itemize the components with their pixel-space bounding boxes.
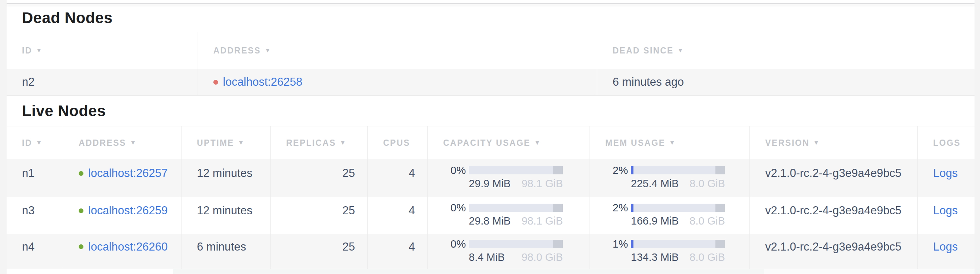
node-id: n4 (22, 240, 34, 253)
top-spacer (6, 0, 975, 3)
node-cpus-cell: 4 (368, 159, 428, 197)
capacity-usage-bar (469, 240, 563, 248)
live-node-row: n3 localhost:26259 12 minutes 25 4 (6, 197, 975, 234)
dead-header-address-label: ADDRESS (213, 46, 261, 56)
cpus-value: 4 (409, 167, 415, 180)
dead-since-value: 6 minutes ago (612, 75, 684, 89)
node-mem-usage-cell: 2% 166.9 MiB 8.0 GiB (590, 197, 749, 234)
uptime-value: 6 minutes (197, 240, 246, 253)
capacity-usage-bar (469, 166, 563, 174)
node-uptime-cell: 6 minutes (181, 234, 270, 269)
live-header-logs-label: LOGS (933, 138, 961, 148)
node-address-link[interactable]: localhost:26259 (88, 204, 168, 217)
mem-used: 134.3 MiB (631, 251, 679, 263)
sort-arrow-icon: ▼ (36, 47, 43, 54)
node-id: n1 (22, 167, 34, 180)
node-cpus-cell: 4 (368, 197, 428, 234)
capacity-percent: 0% (443, 166, 469, 175)
sort-arrow-icon: ▼ (36, 139, 43, 147)
sort-arrow-icon: ▼ (264, 47, 272, 54)
node-address-link[interactable]: localhost:26258 (223, 75, 302, 89)
bar-endcap (553, 166, 563, 174)
version-value: v2.1.0-rc.2-4-g3e9a4e9bc5 (765, 204, 901, 217)
bar-endcap (553, 204, 563, 212)
live-nodes-title: Live Nodes (6, 96, 975, 126)
live-header-logs: LOGS (918, 126, 975, 159)
node-replicas-cell: 25 (270, 159, 368, 197)
node-capacity-usage-cell: 0% 29.9 MiB 98.1 GiB (428, 159, 590, 197)
bar-endcap (716, 204, 725, 212)
node-id: n2 (22, 75, 34, 89)
dead-status-dot-icon (213, 80, 218, 84)
node-id-cell: n3 (6, 197, 63, 234)
bar-fill (631, 166, 633, 174)
node-id-cell: n1 (6, 159, 63, 197)
node-address-link[interactable]: localhost:26257 (88, 167, 168, 180)
capacity-usage-bar (469, 204, 563, 212)
sort-arrow-icon: ▼ (669, 139, 676, 147)
version-value: v2.1.0-rc.2-4-g3e9a4e9bc5 (765, 240, 901, 253)
live-header-address[interactable]: ADDRESS ▼ (63, 126, 181, 159)
live-header-version-label: VERSION (765, 138, 810, 148)
live-header-capacity-usage[interactable]: CAPACITY USAGE ▼ (428, 126, 590, 159)
sort-arrow-icon: ▼ (677, 47, 684, 54)
node-logs-cell: Logs (918, 197, 975, 234)
live-status-dot-icon (79, 244, 83, 249)
node-logs-cell: Logs (918, 234, 975, 269)
node-address-link[interactable]: localhost:26260 (88, 240, 168, 253)
uptime-value: 12 minutes (197, 167, 253, 180)
live-header-mem-usage[interactable]: MEM USAGE ▼ (590, 126, 749, 159)
capacity-total: 98.0 GiB (522, 251, 563, 263)
live-header-cpus: CPUS (368, 126, 428, 159)
node-id-cell: n4 (6, 234, 63, 269)
node-capacity-usage-cell: 0% 29.8 MiB 98.1 GiB (428, 197, 590, 234)
live-nodes-table-body: n1 localhost:26257 12 minutes 25 4 (6, 159, 975, 269)
mem-total: 8.0 GiB (689, 251, 725, 263)
live-header-replicas[interactable]: REPLICAS ▼ (270, 126, 368, 159)
bar-endcap (716, 240, 725, 248)
live-status-dot-icon (79, 209, 83, 213)
live-header-version[interactable]: VERSION ▼ (749, 126, 918, 159)
capacity-total: 98.1 GiB (522, 178, 563, 190)
node-version-cell: v2.1.0-rc.2-4-g3e9a4e9bc5 (749, 159, 918, 197)
sort-arrow-icon: ▼ (813, 139, 820, 147)
dead-header-id[interactable]: ID ▼ (6, 32, 197, 69)
logs-link[interactable]: Logs (933, 167, 958, 180)
mem-usage-bar (631, 240, 725, 248)
logs-link[interactable]: Logs (933, 204, 958, 217)
node-address-cell: localhost:26259 (63, 197, 181, 234)
live-header-id[interactable]: ID ▼ (6, 126, 63, 159)
capacity-used: 29.9 MiB (469, 178, 511, 190)
bar-endcap (553, 240, 563, 248)
cpus-value: 4 (409, 204, 415, 217)
node-cpus-cell: 4 (368, 234, 428, 269)
mem-total: 8.0 GiB (689, 215, 725, 227)
mem-used: 166.9 MiB (631, 215, 679, 227)
version-value: v2.1.0-rc.2-4-g3e9a4e9bc5 (765, 167, 901, 180)
live-header-address-label: ADDRESS (79, 138, 126, 148)
capacity-used: 8.4 MiB (469, 251, 504, 263)
dead-header-dead-since-label: DEAD SINCE (612, 46, 674, 56)
capacity-total: 98.1 GiB (522, 215, 563, 227)
dead-node-row: n2 localhost:26258 6 minutes ago (6, 69, 975, 96)
mem-usage-bar (631, 166, 725, 174)
node-id: n3 (22, 204, 34, 217)
next-section-partial (6, 269, 975, 274)
node-mem-usage-cell: 2% 225.4 MiB 8.0 GiB (590, 159, 749, 197)
dead-header-dead-since[interactable]: DEAD SINCE ▼ (597, 32, 975, 69)
dead-node-id-cell: n2 (6, 69, 197, 95)
live-node-row: n4 localhost:26260 6 minutes 25 4 (6, 234, 975, 269)
node-capacity-usage-cell: 0% 8.4 MiB 98.0 GiB (428, 234, 590, 269)
live-header-uptime[interactable]: UPTIME ▼ (181, 126, 270, 159)
node-mem-usage-cell: 1% 134.3 MiB 8.0 GiB (590, 234, 749, 269)
mem-usage-bar (631, 204, 725, 212)
node-replicas-cell: 25 (270, 234, 368, 269)
replicas-value: 25 (342, 167, 355, 180)
logs-link[interactable]: Logs (933, 240, 958, 253)
live-status-dot-icon (79, 171, 83, 176)
replicas-value: 25 (342, 240, 355, 253)
cpus-value: 4 (409, 240, 415, 253)
bar-fill (631, 240, 633, 248)
capacity-used: 29.8 MiB (469, 215, 511, 227)
dead-header-address[interactable]: ADDRESS ▼ (197, 32, 597, 69)
